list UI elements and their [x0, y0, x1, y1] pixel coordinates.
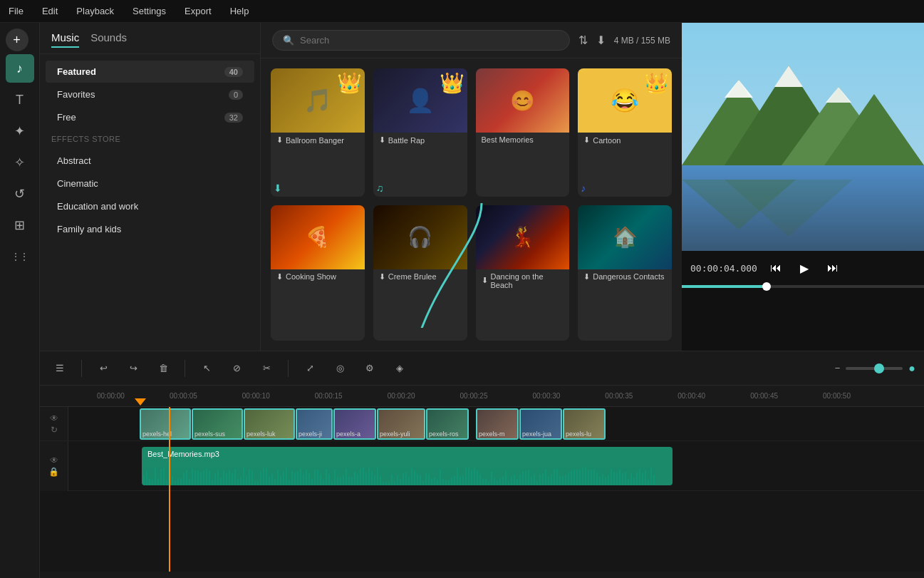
- delete-button[interactable]: 🗑: [152, 357, 175, 380]
- download-icon[interactable]: ⬇: [596, 33, 606, 47]
- play-button[interactable]: ▶: [793, 257, 816, 279]
- svg-rect-111: [428, 474, 430, 485]
- svg-rect-160: [568, 472, 569, 485]
- timeline-settings-btn[interactable]: ☰: [48, 357, 71, 380]
- svg-rect-35: [212, 480, 213, 485]
- apps-icon-btn[interactable]: ⋮⋮: [6, 242, 34, 271]
- crop-btn[interactable]: ⤢: [299, 357, 321, 380]
- svg-rect-103: [405, 472, 407, 485]
- menu-settings[interactable]: Settings: [130, 4, 169, 18]
- menu-help[interactable]: Help: [227, 4, 252, 18]
- video-visibility-btn[interactable]: 👁: [50, 413, 58, 423]
- video-clip-5[interactable]: pexels-a: [333, 408, 376, 440]
- tab-music[interactable]: Music: [51, 31, 79, 48]
- video-clip-3[interactable]: pexels-luk: [244, 408, 295, 440]
- text-icon-btn[interactable]: T: [6, 86, 34, 114]
- svg-rect-148: [534, 473, 535, 485]
- cursor-tool-btn[interactable]: ↖: [195, 357, 218, 380]
- redo-button[interactable]: ↪: [122, 357, 145, 380]
- music-card-cooking[interactable]: 🍕 ⬇ Cooking Show: [271, 205, 365, 341]
- no-tool-btn[interactable]: ⊘: [225, 357, 248, 380]
- cat-cinematic[interactable]: Cinematic: [46, 172, 254, 195]
- layers-icon-btn[interactable]: ⊞: [6, 211, 34, 239]
- fast-forward-button[interactable]: ⏭: [821, 257, 844, 279]
- svg-rect-49: [251, 470, 253, 485]
- download-arrow-creme: ⬇: [379, 272, 385, 282]
- audio-clip-best-memories[interactable]: Best_Memories.mp3: [142, 447, 673, 485]
- svg-rect-84: [351, 478, 353, 485]
- svg-rect-181: [628, 478, 629, 485]
- music-thumb-creme: 🎧: [373, 205, 467, 269]
- video-track-controls: 👁 ↻: [40, 407, 68, 440]
- svg-rect-18: [163, 467, 165, 485]
- undo-button[interactable]: ↩: [92, 357, 115, 380]
- search-input[interactable]: [300, 35, 559, 46]
- svg-rect-55: [269, 476, 270, 485]
- svg-rect-97: [388, 482, 390, 485]
- cat-education[interactable]: Education and work: [46, 195, 254, 217]
- svg-rect-63: [291, 471, 293, 485]
- audio-lock-btn[interactable]: 🔒: [48, 467, 59, 477]
- svg-rect-64: [294, 473, 296, 485]
- music-icon-btn[interactable]: ♪: [6, 54, 34, 83]
- svg-rect-126: [471, 470, 472, 485]
- audio-visibility-btn[interactable]: 👁: [50, 455, 58, 465]
- svg-rect-185: [639, 468, 640, 485]
- cat-free[interactable]: Free 32: [46, 106, 254, 128]
- add-button[interactable]: +: [6, 29, 28, 51]
- video-lock-btn[interactable]: ↻: [51, 425, 58, 435]
- scissors-btn[interactable]: ✂: [255, 357, 278, 380]
- filter-icon[interactable]: ⇅: [578, 33, 588, 47]
- svg-rect-110: [425, 473, 427, 485]
- menu-playback[interactable]: Playback: [73, 4, 117, 18]
- tab-sounds[interactable]: Sounds: [90, 31, 127, 48]
- svg-rect-21: [172, 476, 173, 485]
- menu-edit[interactable]: Edit: [39, 4, 61, 18]
- music-card-dancing[interactable]: 💃 ⬇ Dancing on the Beach: [476, 205, 570, 341]
- rewind-button[interactable]: ⏮: [764, 257, 787, 279]
- menu-file[interactable]: File: [6, 4, 26, 18]
- svg-rect-75: [326, 469, 327, 485]
- progress-thumb[interactable]: [762, 282, 771, 291]
- svg-rect-117: [445, 480, 447, 485]
- cat-favorites[interactable]: Favorites 0: [46, 83, 254, 105]
- svg-rect-187: [645, 470, 646, 485]
- color-btn[interactable]: ◎: [328, 357, 351, 380]
- video-clip-7[interactable]: pexels-ros: [426, 408, 469, 440]
- svg-rect-13: [149, 478, 150, 485]
- cat-featured[interactable]: Featured 40: [46, 61, 254, 83]
- gift-btn[interactable]: ◈: [388, 357, 411, 380]
- effects-store-label: EFFECTS STORE: [40, 129, 260, 149]
- video-clip-8[interactable]: pexels-m: [476, 408, 519, 440]
- svg-rect-145: [525, 470, 526, 485]
- svg-rect-48: [249, 469, 250, 485]
- video-clip-1[interactable]: pexels-hel: [140, 408, 191, 440]
- video-clip-2[interactable]: pexels-sus: [192, 408, 243, 440]
- video-clips-container: pexels-hel pexels-sus pexels-luk: [140, 407, 924, 440]
- timeline-tracks: 👁 ↻ pexels-hel pexels-sus: [40, 407, 924, 572]
- video-clip-10[interactable]: pexels-lu: [563, 408, 606, 440]
- video-clip-4[interactable]: pexels-ji: [296, 408, 333, 440]
- music-card-cartoon[interactable]: 👑 😂 ♪ ⬇ Cartoon: [578, 68, 672, 197]
- cat-abstract[interactable]: Abstract: [46, 150, 254, 172]
- svg-rect-20: [169, 482, 170, 485]
- svg-rect-149: [536, 480, 538, 485]
- music-card-dangerous[interactable]: 🏠 ⬇ Dangerous Contacts: [578, 205, 672, 341]
- search-box[interactable]: 🔍: [272, 30, 570, 51]
- music-card-best-memories[interactable]: 😊 Best Memories: [476, 68, 570, 197]
- svg-rect-143: [519, 474, 521, 485]
- cat-family[interactable]: Family and kids: [46, 218, 254, 240]
- video-clip-6[interactable]: pexels-yuli: [377, 408, 425, 440]
- ai-icon-btn[interactable]: ✧: [6, 148, 34, 177]
- zoom-slider[interactable]: [846, 367, 903, 370]
- menu-export[interactable]: Export: [182, 4, 214, 18]
- music-card-ballroom[interactable]: 👑 🎵 ⬇ ⬇ Ballroom Banger: [271, 68, 365, 197]
- person-btn[interactable]: ⚙: [358, 357, 381, 380]
- music-card-creme[interactable]: 🎧 ⬇ Creme Brulee: [373, 205, 467, 341]
- music-card-battle-rap[interactable]: 👑 👤 ♫ ⬇ Battle Rap: [373, 68, 467, 197]
- progress-bar[interactable]: [682, 285, 924, 288]
- video-clip-9[interactable]: pexels-jua: [519, 408, 562, 440]
- magic-icon-btn[interactable]: ✦: [6, 117, 34, 145]
- zoom-out-icon[interactable]: −: [835, 363, 841, 373]
- history-icon-btn[interactable]: ↺: [6, 180, 34, 208]
